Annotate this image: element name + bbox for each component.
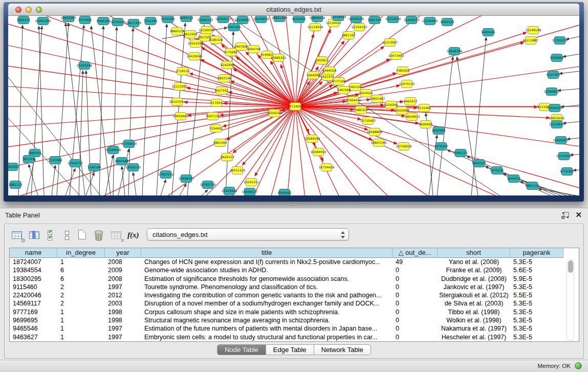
graph-node[interactable]: 6497568 (337, 86, 351, 94)
graph-node[interactable]: 9245012 (507, 175, 521, 183)
graph-node[interactable]: 18107554 (169, 98, 185, 106)
table-row[interactable]: 946362711997Embryonic stem cells: a mode… (10, 333, 563, 341)
graph-node[interactable]: 15720407 (360, 117, 376, 125)
graph-node[interactable]: 11565123 (198, 16, 213, 24)
graph-node[interactable]: 9861450 (213, 139, 227, 147)
graph-node[interactable]: 9450123 (441, 18, 454, 26)
graph-node[interactable]: 10756928 (396, 143, 412, 150)
graph-node[interactable]: 10864104 (310, 16, 325, 22)
graph-node[interactable]: 9861162 (342, 32, 356, 39)
graph-node[interactable]: 12093832 (544, 88, 560, 96)
new-column-icon[interactable] (76, 229, 90, 242)
graph-node[interactable]: 7955812 (315, 57, 329, 64)
graph-node[interactable]: 12100450 (422, 17, 438, 25)
window-titlebar[interactable]: citations_edges.txt (8, 4, 579, 16)
panel-splitter-handle[interactable] (288, 204, 299, 207)
table-scrollbar[interactable] (567, 259, 574, 341)
graph-node[interactable]: 2718120 (176, 68, 190, 75)
graph-node[interactable]: 16204112 (215, 16, 231, 23)
graph-node[interactable]: 9065123 (180, 16, 193, 22)
zoom-window-button[interactable] (36, 7, 42, 13)
table-row[interactable]: 1872400712008Changes of HCN gene express… (10, 258, 563, 266)
graph-node[interactable]: 1527602 (78, 16, 92, 24)
graph-node[interactable]: 17957272 (158, 171, 174, 179)
graph-node[interactable]: 16671355 (126, 19, 142, 27)
graph-node[interactable]: 6774301 (560, 168, 574, 176)
graph-node[interactable]: 12104554 (331, 16, 346, 21)
table-row[interactable]: 946554611997Estimation of the future num… (10, 324, 563, 333)
graph-node[interactable]: 19384554 (311, 148, 326, 156)
graph-node[interactable]: 16754429 (319, 164, 335, 171)
graph-node[interactable]: 19654903 (173, 113, 189, 120)
graph-node[interactable]: 1640954 (432, 127, 446, 135)
graph-node[interactable]: 13505135 (125, 164, 141, 171)
graph-node[interactable]: 7957224 (227, 24, 241, 31)
column-header-year[interactable]: year (105, 248, 141, 258)
graph-node[interactable]: 13958167 (179, 175, 194, 183)
table-row[interactable]: 1830029562008Estimation of significance … (10, 275, 563, 283)
graph-node[interactable]: 18861304 (272, 16, 288, 22)
graph-node[interactable]: 3624554 (359, 90, 373, 97)
column-header-pagerank[interactable]: pagerank (510, 248, 563, 258)
graph-node[interactable]: 9345123 (454, 149, 468, 157)
graph-node[interactable]: 17359924 (121, 140, 137, 148)
graph-node[interactable]: 391159 (23, 156, 35, 163)
graph-node[interactable]: 20206516 (105, 146, 121, 154)
graph-node[interactable]: 12923446 (222, 187, 237, 195)
graph-node[interactable]: 10543392 (188, 40, 204, 48)
graph-node[interactable]: 8134104 (161, 16, 175, 23)
graph-node[interactable]: 9242848 (221, 61, 234, 69)
graph-node[interactable]: 15124549 (308, 24, 323, 31)
graph-node[interactable]: 8454749 (247, 46, 261, 53)
graph-node[interactable]: 12942757 (68, 160, 83, 167)
graph-node[interactable]: 1664990 (307, 72, 320, 79)
graph-node[interactable]: 1679197 (434, 143, 448, 150)
deselect-columns-icon[interactable] (62, 229, 75, 242)
graph-node[interactable]: 16593104 (349, 16, 364, 23)
graph-node[interactable]: 15885361 (271, 54, 287, 62)
graph-node[interactable]: 20364436 (345, 97, 361, 104)
graph-node[interactable]: 22260558 (199, 27, 215, 34)
graph-node[interactable]: 18807249 (371, 139, 387, 147)
graph-node[interactable]: 9361204 (368, 16, 382, 24)
graph-node[interactable]: 3175685 (224, 49, 238, 56)
graph-node[interactable]: 6216049 (384, 101, 398, 109)
graph-node[interactable]: 9463627 (404, 98, 418, 105)
close-panel-icon[interactable]: ✕ (575, 210, 582, 220)
graph-node[interactable]: 13204551 (235, 16, 251, 24)
show-columns-icon[interactable] (28, 229, 41, 242)
graph-node[interactable]: 15692951 (553, 137, 569, 144)
graph-node[interactable]: 6494028 (323, 67, 337, 75)
column-header-out_degree[interactable]: △ out_de... (393, 248, 438, 258)
column-header-in_degree[interactable]: in_degree (57, 248, 105, 258)
graph-node[interactable]: 18300295 (267, 110, 282, 117)
graph-node[interactable]: 12041211 (244, 179, 259, 186)
graph-node[interactable]: 11004223 (404, 16, 420, 24)
graph-node[interactable]: 15751074 (552, 37, 568, 45)
table-row[interactable]: 2242004622012Investigating the contribut… (10, 291, 563, 299)
graph-node[interactable]: 10807487 (369, 95, 385, 103)
close-window-button[interactable] (15, 7, 21, 13)
graph-node[interactable]: 19654923 (404, 113, 420, 121)
graph-node[interactable]: 12213887 (523, 37, 539, 45)
tab-edge-table[interactable]: Edge Table (266, 344, 314, 355)
graph-node[interactable]: 12254193 (352, 24, 367, 31)
graph-node[interactable]: 2905572 (17, 16, 31, 24)
graph-node[interactable]: 417004 (211, 99, 223, 107)
tab-network-table[interactable]: Network Table (314, 344, 371, 355)
graph-node[interactable]: 9465546 (482, 29, 495, 36)
delete-table-icon[interactable]: ✕ (110, 229, 123, 242)
tab-node-table[interactable]: Node Table (217, 344, 266, 355)
graph-node[interactable]: 8186328 (209, 36, 223, 44)
graph-node[interactable]: 7485063 (396, 67, 410, 75)
graph-node[interactable]: 9699695 (419, 121, 433, 128)
graph-node-hub[interactable]: 18724007 (288, 103, 303, 111)
scrollbar-thumb[interactable] (568, 260, 573, 273)
graph-node[interactable]: 9052123 (472, 160, 486, 167)
graph-node[interactable]: 16204979 (253, 16, 269, 23)
network-graph-canvas[interactable]: 1872400788601238912954222605589827508818… (8, 16, 579, 195)
column-header-title[interactable]: title (141, 248, 393, 258)
graph-node[interactable]: 10653287 (61, 16, 77, 22)
graph-node[interactable]: 1675232 (490, 167, 504, 174)
graph-node[interactable]: 9245062 (278, 189, 292, 196)
